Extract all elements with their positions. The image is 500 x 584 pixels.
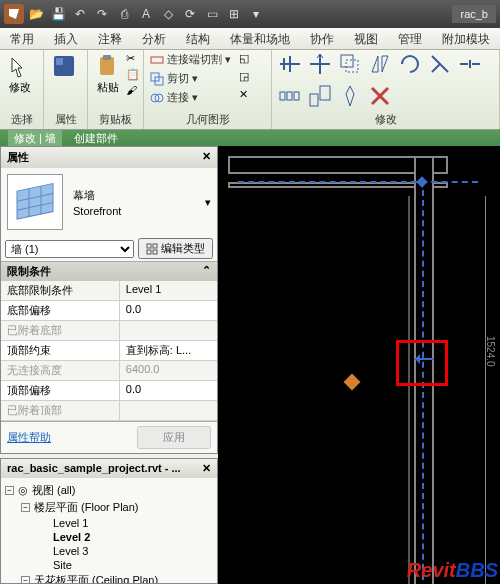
group-select-label: 选择	[6, 110, 37, 127]
paste-button[interactable]: 粘贴	[94, 52, 122, 97]
properties-grid: 限制条件⌃ 底部限制条件Level 1 底部偏移0.0 已附着底部 顶部约束直到…	[1, 261, 217, 421]
redo-icon[interactable]: ↷	[92, 4, 112, 24]
ribbon-tab-massing[interactable]: 体量和场地	[220, 28, 300, 49]
geom-icon-2[interactable]: ◲	[239, 70, 253, 84]
close-hidden-icon[interactable]: ⊞	[224, 4, 244, 24]
svg-rect-23	[147, 250, 151, 254]
apply-button[interactable]: 应用	[137, 426, 211, 449]
warning-marker-icon[interactable]	[344, 374, 361, 391]
tree-item-level3[interactable]: Level 3	[53, 545, 88, 557]
floorplan-node[interactable]: 楼层平面 (Floor Plan)	[34, 500, 139, 515]
cut-geom-button[interactable]: 剪切 ▾	[150, 71, 231, 86]
svg-rect-16	[17, 183, 53, 219]
contextual-tab-bar: 修改 | 墙 创建部件	[0, 130, 500, 146]
undo-icon[interactable]: ↶	[70, 4, 90, 24]
align-icon[interactable]	[278, 52, 302, 76]
ribbon-tab-annotate[interactable]: 注释	[88, 28, 132, 49]
chevron-down-icon[interactable]: ▾	[205, 196, 211, 209]
tag-icon[interactable]: ◇	[158, 4, 178, 24]
ribbon-tab-collaborate[interactable]: 协作	[300, 28, 344, 49]
scale-icon[interactable]	[308, 84, 332, 108]
copy-icon[interactable]: 📋	[126, 68, 140, 82]
tree-item-level2[interactable]: Level 2	[53, 531, 90, 543]
svg-rect-13	[294, 92, 299, 100]
highlight-box	[396, 340, 448, 386]
switch-window-icon[interactable]: ▭	[202, 4, 222, 24]
views-root[interactable]: 视图 (all)	[32, 483, 75, 498]
property-row: 已附着底部	[1, 321, 217, 341]
contextual-other[interactable]: 创建部件	[74, 131, 118, 146]
properties-help-link[interactable]: 属性帮助	[7, 430, 51, 445]
cut-icon[interactable]: ✂	[126, 52, 140, 66]
split-icon[interactable]	[458, 52, 482, 76]
collapse-icon[interactable]: −	[5, 486, 14, 495]
ribbon-tab-analyze[interactable]: 分析	[132, 28, 176, 49]
svg-rect-22	[153, 244, 157, 248]
print-icon[interactable]: ⎙	[114, 4, 134, 24]
property-row: 底部限制条件Level 1	[1, 281, 217, 301]
property-row: 底部偏移0.0	[1, 301, 217, 321]
array-icon[interactable]	[278, 84, 302, 108]
geom-icon-1[interactable]: ◱	[239, 52, 253, 66]
expand-icon[interactable]: ⌃	[202, 264, 211, 279]
property-row: 顶部偏移0.0	[1, 381, 217, 401]
match-icon[interactable]: 🖌	[126, 84, 140, 98]
collapse-icon[interactable]: −	[21, 576, 30, 584]
ribbon-tab-addins[interactable]: 附加模块	[432, 28, 500, 49]
property-row: 已附着顶部	[1, 401, 217, 421]
dimension-text[interactable]: 1524.0	[485, 336, 496, 367]
open-icon[interactable]: 📂	[26, 4, 46, 24]
ribbon-tab-structure[interactable]: 结构	[176, 28, 220, 49]
filename-tab: rac_b	[452, 5, 496, 23]
save-icon[interactable]: 💾	[48, 4, 68, 24]
watermark: RevitBBS	[407, 559, 498, 582]
modify-button[interactable]: 修改	[6, 52, 34, 97]
tree-item-site[interactable]: Site	[53, 559, 72, 571]
text-icon[interactable]: A	[136, 4, 156, 24]
ceilingplan-node[interactable]: 天花板平面 (Ceiling Plan)	[34, 573, 158, 584]
browser-title: rac_basic_sample_project.rvt - ...	[7, 462, 181, 475]
tree-item-level1[interactable]: Level 1	[53, 517, 88, 529]
edit-type-button[interactable]: 编辑类型	[138, 238, 213, 259]
property-row: 无连接高度6400.0	[1, 361, 217, 381]
app-menu-button[interactable]	[4, 4, 24, 24]
ribbon-tab-insert[interactable]: 插入	[44, 28, 88, 49]
ribbon-tab-manage[interactable]: 管理	[388, 28, 432, 49]
contextual-active[interactable]: 修改 | 墙	[8, 130, 62, 147]
svg-rect-3	[103, 55, 111, 60]
join-button[interactable]: 连接 ▾	[150, 90, 231, 105]
close-icon[interactable]: ✕	[202, 462, 211, 475]
type-name: 幕墙	[73, 188, 121, 203]
ribbon-panel: 修改 选择 属性 粘贴✂📋🖌 剪贴板 连接端切割 ▾ 剪切 ▾ 连接 ▾ ◱ ◲…	[0, 50, 500, 130]
properties-panel: 属性✕ 幕墙 Storefront ▾ 墙 (1) 编辑类型 限制条件⌃ 底部限…	[0, 146, 218, 454]
geom-icon-3[interactable]: ✕	[239, 88, 253, 102]
filter-selector[interactable]: 墙 (1)	[5, 240, 134, 258]
rotate-icon[interactable]	[398, 52, 422, 76]
drawing-viewport[interactable]: 1524.0	[218, 146, 500, 584]
property-row: 顶部约束直到标高: L...	[1, 341, 217, 361]
delete-icon[interactable]	[368, 84, 392, 108]
move-icon[interactable]	[308, 52, 332, 76]
trim-icon[interactable]	[428, 52, 452, 76]
ribbon-tab-view[interactable]: 视图	[344, 28, 388, 49]
dropdown-icon[interactable]: ▾	[246, 4, 266, 24]
group-clip-label: 剪贴板	[94, 110, 137, 127]
pin-icon[interactable]	[338, 84, 362, 108]
quick-access-toolbar: 📂 💾 ↶ ↷ ⎙ A ◇ ⟳ ▭ ⊞ ▾ rac_b	[0, 0, 500, 28]
svg-rect-11	[280, 92, 285, 100]
close-icon[interactable]: ✕	[202, 150, 211, 165]
sync-icon[interactable]: ⟳	[180, 4, 200, 24]
group-modify-label: 修改	[278, 110, 493, 127]
properties-button[interactable]	[50, 52, 78, 80]
tree-root-icon: ◎	[18, 484, 28, 497]
group-geom-label: 几何图形	[150, 110, 265, 127]
ribbon-tab-home[interactable]: 常用	[0, 28, 44, 49]
flip-arrow-icon[interactable]	[410, 354, 420, 364]
offset-icon[interactable]	[338, 52, 362, 76]
cope-button[interactable]: 连接端切割 ▾	[150, 52, 231, 67]
type-preview[interactable]	[7, 174, 63, 230]
mirror-icon[interactable]	[368, 52, 392, 76]
svg-rect-15	[320, 86, 330, 100]
collapse-icon[interactable]: −	[21, 503, 30, 512]
svg-rect-12	[287, 92, 292, 100]
